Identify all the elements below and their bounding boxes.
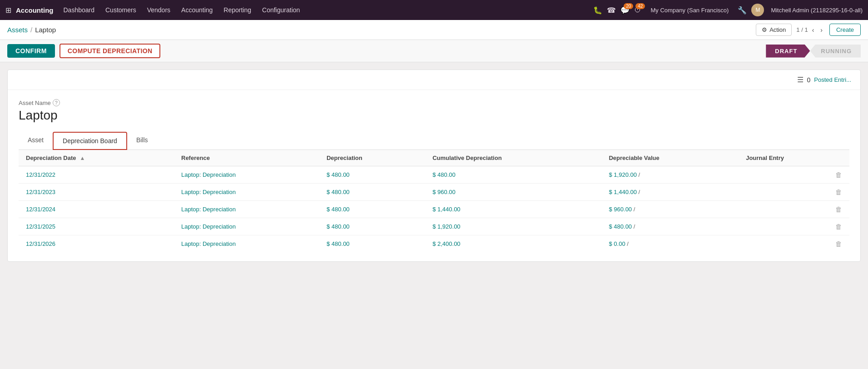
clock-icon[interactable]: ⏱ 42 xyxy=(634,6,641,14)
cell-reference[interactable]: Laptop: Depreciation xyxy=(174,184,319,201)
delete-icon[interactable]: 🗑 xyxy=(835,205,842,213)
breadcrumb-current: Laptop xyxy=(35,26,56,34)
tab-bills[interactable]: Bills xyxy=(127,132,157,150)
tab-asset[interactable]: Asset xyxy=(19,132,53,150)
table-row: 12/31/2026 Laptop: Depreciation $ 480.00… xyxy=(19,235,849,253)
grid-icon[interactable]: ⊞ xyxy=(5,6,11,15)
posted-count: 0 xyxy=(807,76,811,84)
cell-depreciable: $ 480.00 / xyxy=(601,218,739,235)
table-row: 12/31/2023 Laptop: Depreciation $ 480.00… xyxy=(19,184,849,201)
tools-icon[interactable]: 🔧 xyxy=(738,6,747,15)
cell-reference[interactable]: Laptop: Depreciation xyxy=(174,166,319,184)
tab-depreciation-board[interactable]: Depreciation Board xyxy=(53,132,127,150)
col-depreciable: Depreciable Value xyxy=(601,150,739,166)
action-bar: CONFIRM COMPUTE DEPRECIATION DRAFT RUNNI… xyxy=(0,40,868,62)
action-label: Action xyxy=(769,26,786,33)
clock-badge: 42 xyxy=(635,3,645,9)
create-button[interactable]: Create xyxy=(829,24,861,36)
cell-depreciable: $ 1,920.00 / xyxy=(601,166,739,184)
cell-date[interactable]: 12/31/2022 xyxy=(19,166,174,184)
user-name: Mitchell Admin (21182295-16-0-all) xyxy=(771,7,863,14)
sub-header: Assets / Laptop ⚙ Action 1 / 1 ‹ › Creat… xyxy=(0,20,868,40)
cell-cumulative: $ 1,920.00 xyxy=(425,218,601,235)
top-navigation: ⊞ Accounting Dashboard Customers Vendors… xyxy=(0,0,868,20)
cell-reference[interactable]: Laptop: Depreciation xyxy=(174,218,319,235)
nav-vendors[interactable]: Vendors xyxy=(143,5,175,15)
question-mark-icon[interactable]: ? xyxy=(53,99,60,106)
cell-depreciation: $ 480.00 xyxy=(319,201,425,218)
posted-label: Posted Entri... xyxy=(814,76,851,83)
chat-icon[interactable]: 💬 20 xyxy=(620,6,630,15)
cell-depreciation: $ 480.00 xyxy=(319,235,425,253)
action-button[interactable]: ⚙ Action xyxy=(756,24,792,36)
status-bar: DRAFT RUNNING xyxy=(766,45,861,58)
cell-cumulative: $ 960.00 xyxy=(425,184,601,201)
asset-title: Laptop xyxy=(19,108,849,123)
cell-date[interactable]: 12/31/2024 xyxy=(19,201,174,218)
cell-journal-action: 🗑 xyxy=(739,218,849,235)
cell-reference[interactable]: Laptop: Depreciation xyxy=(174,235,319,253)
cell-depreciation: $ 480.00 xyxy=(319,166,425,184)
nav-customers[interactable]: Customers xyxy=(101,5,141,15)
depreciation-table: Depreciation Date ▲ Reference Depreciati… xyxy=(19,150,849,252)
cell-depreciable: $ 0.00 / xyxy=(601,235,739,253)
cell-reference[interactable]: Laptop: Depreciation xyxy=(174,201,319,218)
main-content: ☰ 0 Posted Entri... Asset Name ? Laptop … xyxy=(0,62,868,269)
col-cumulative: Cumulative Depreciation xyxy=(425,150,601,166)
app-name: Accounting xyxy=(16,6,54,14)
posted-entries-btn[interactable]: ☰ 0 Posted Entri... xyxy=(797,75,851,84)
nav-configuration[interactable]: Configuration xyxy=(258,5,304,15)
breadcrumb: Assets / Laptop xyxy=(7,26,756,34)
confirm-button[interactable]: CONFIRM xyxy=(7,44,55,58)
cell-depreciable: $ 1,440.00 / xyxy=(601,184,739,201)
tabs: Asset Depreciation Board Bills xyxy=(19,132,849,150)
avatar: M xyxy=(751,4,764,16)
pagination-prev[interactable]: ‹ xyxy=(810,25,817,35)
cell-date[interactable]: 12/31/2026 xyxy=(19,235,174,253)
cell-cumulative: $ 480.00 xyxy=(425,166,601,184)
cell-journal-action: 🗑 xyxy=(739,184,849,201)
status-running: RUNNING xyxy=(810,45,861,58)
col-reference: Reference xyxy=(174,150,319,166)
cell-journal-action: 🗑 xyxy=(739,201,849,218)
delete-icon[interactable]: 🗑 xyxy=(835,240,842,248)
bug-icon[interactable]: 🐛 xyxy=(593,6,602,15)
breadcrumb-separator: / xyxy=(30,26,32,34)
col-date[interactable]: Depreciation Date ▲ xyxy=(19,150,174,166)
table-row: 12/31/2025 Laptop: Depreciation $ 480.00… xyxy=(19,218,849,235)
delete-icon[interactable]: 🗑 xyxy=(835,188,842,196)
pagination: 1 / 1 ‹ › xyxy=(796,25,825,35)
nav-accounting[interactable]: Accounting xyxy=(177,5,217,15)
nav-reporting[interactable]: Reporting xyxy=(219,5,256,15)
cell-journal-action: 🗑 xyxy=(739,235,849,253)
col-journal: Journal Entry xyxy=(739,150,849,166)
table-row: 12/31/2022 Laptop: Depreciation $ 480.00… xyxy=(19,166,849,184)
company-name: My Company (San Francisco) xyxy=(650,7,729,14)
gear-icon: ⚙ xyxy=(762,26,767,33)
hamburger-icon: ☰ xyxy=(797,75,804,84)
status-draft: DRAFT xyxy=(766,45,810,58)
compute-depreciation-button[interactable]: COMPUTE DEPRECIATION xyxy=(60,44,161,58)
sub-header-right: ⚙ Action 1 / 1 ‹ › Create xyxy=(756,24,861,36)
cell-depreciable: $ 960.00 / xyxy=(601,201,739,218)
pagination-text: 1 / 1 xyxy=(796,26,808,33)
delete-icon[interactable]: 🗑 xyxy=(835,171,842,179)
posted-bar: ☰ 0 Posted Entri... xyxy=(8,70,860,90)
col-depreciation: Depreciation xyxy=(319,150,425,166)
content-card: ☰ 0 Posted Entri... Asset Name ? Laptop … xyxy=(7,70,861,262)
cell-cumulative: $ 1,440.00 xyxy=(425,201,601,218)
cell-date[interactable]: 12/31/2025 xyxy=(19,218,174,235)
sort-icon: ▲ xyxy=(80,155,85,161)
cell-journal-action: 🗑 xyxy=(739,166,849,184)
table-row: 12/31/2024 Laptop: Depreciation $ 480.00… xyxy=(19,201,849,218)
cell-date[interactable]: 12/31/2023 xyxy=(19,184,174,201)
pagination-next[interactable]: › xyxy=(818,25,825,35)
support-icon[interactable]: ☎ xyxy=(607,6,616,15)
cell-depreciation: $ 480.00 xyxy=(319,218,425,235)
delete-icon[interactable]: 🗑 xyxy=(835,223,842,230)
cell-depreciation: $ 480.00 xyxy=(319,184,425,201)
asset-name-label: Asset Name ? xyxy=(19,99,849,106)
nav-dashboard[interactable]: Dashboard xyxy=(59,5,99,15)
breadcrumb-assets-link[interactable]: Assets xyxy=(7,26,28,34)
chat-badge: 20 xyxy=(624,3,633,9)
